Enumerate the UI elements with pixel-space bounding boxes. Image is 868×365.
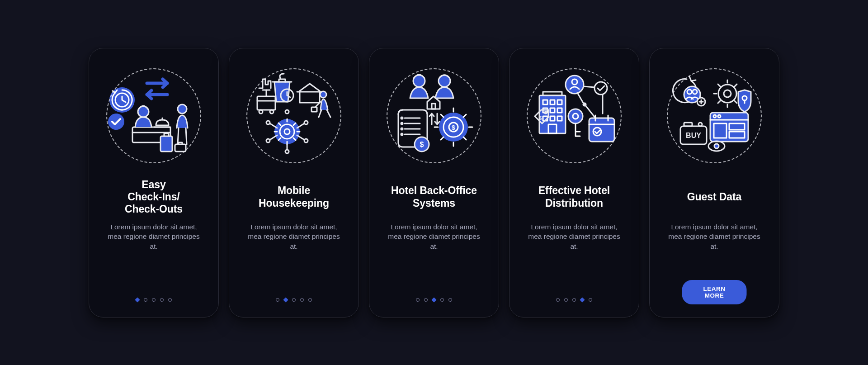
pager-dot[interactable] — [440, 298, 444, 302]
card-title: Mobile Housekeeping — [259, 179, 329, 216]
dotted-circle-icon — [667, 68, 762, 163]
card-guest-data: BUY Guest Data Lorem ipsum dolor sit ame… — [649, 48, 779, 318]
pager-dot[interactable] — [300, 298, 304, 302]
learn-more-button[interactable]: LEARN MORE — [682, 280, 747, 304]
pager — [89, 298, 218, 302]
pager — [229, 298, 359, 302]
card-title: Easy Check-Ins/ Check-Outs — [125, 179, 183, 216]
card-desc: Lorem ipsum dolor sit amet, mea regione … — [524, 222, 624, 251]
pager-dot[interactable] — [135, 297, 140, 302]
pager-dot[interactable] — [152, 298, 156, 302]
pager-dot[interactable] — [564, 298, 568, 302]
guest-data-icon: BUY — [667, 68, 762, 163]
pager — [369, 298, 499, 302]
back-office-icon: $ $ — [387, 68, 481, 163]
pager-dot[interactable] — [556, 298, 560, 302]
pager-dot[interactable] — [292, 298, 296, 302]
pager-dot[interactable] — [431, 297, 436, 302]
onboarding-stage: Easy Check-Ins/ Check-Outs Lorem ipsum d… — [0, 0, 868, 365]
pager-dot[interactable] — [276, 298, 279, 302]
pager-dot[interactable] — [283, 297, 288, 302]
mobile-housekeeping-icon — [246, 68, 341, 163]
pager-dot[interactable] — [572, 298, 576, 302]
pager-dot[interactable] — [416, 298, 420, 302]
pager-dot[interactable] — [144, 298, 147, 302]
pager-dot[interactable] — [424, 298, 428, 302]
card-hotel-distribution: $ Effective Hotel Distribution Lorem ips… — [509, 48, 639, 318]
card-desc: Lorem ipsum dolor sit amet, mea regione … — [665, 222, 764, 251]
card-desc: Lorem ipsum dolor sit amet, mea regione … — [244, 222, 344, 251]
dotted-circle-icon — [246, 68, 341, 163]
card-desc: Lorem ipsum dolor sit amet, mea regione … — [384, 222, 484, 251]
pager-dot[interactable] — [168, 298, 172, 302]
dotted-circle-icon — [106, 68, 201, 163]
pager-dot[interactable] — [160, 298, 164, 302]
pager-dot[interactable] — [448, 298, 452, 302]
card-easy-check-in-out: Easy Check-Ins/ Check-Outs Lorem ipsum d… — [89, 48, 219, 318]
card-desc: Lorem ipsum dolor sit amet, mea regione … — [104, 222, 203, 251]
checkin-checkout-icon — [106, 68, 201, 163]
pager-dot[interactable] — [589, 298, 592, 302]
card-mobile-housekeeping: Mobile Housekeeping Lorem ipsum dolor si… — [229, 48, 359, 318]
pager — [509, 298, 639, 302]
card-title: Effective Hotel Distribution — [538, 179, 610, 216]
dotted-circle-icon — [527, 68, 622, 163]
card-back-office: $ $ Hotel Back-Office Systems Lorem ipsu… — [369, 48, 499, 318]
dotted-circle-icon — [387, 68, 481, 163]
hotel-distribution-icon: $ — [527, 68, 622, 163]
card-title: Hotel Back-Office Systems — [391, 179, 477, 216]
pager-dot[interactable] — [580, 297, 585, 302]
pager-dot[interactable] — [308, 298, 312, 302]
card-title: Guest Data — [687, 179, 741, 216]
